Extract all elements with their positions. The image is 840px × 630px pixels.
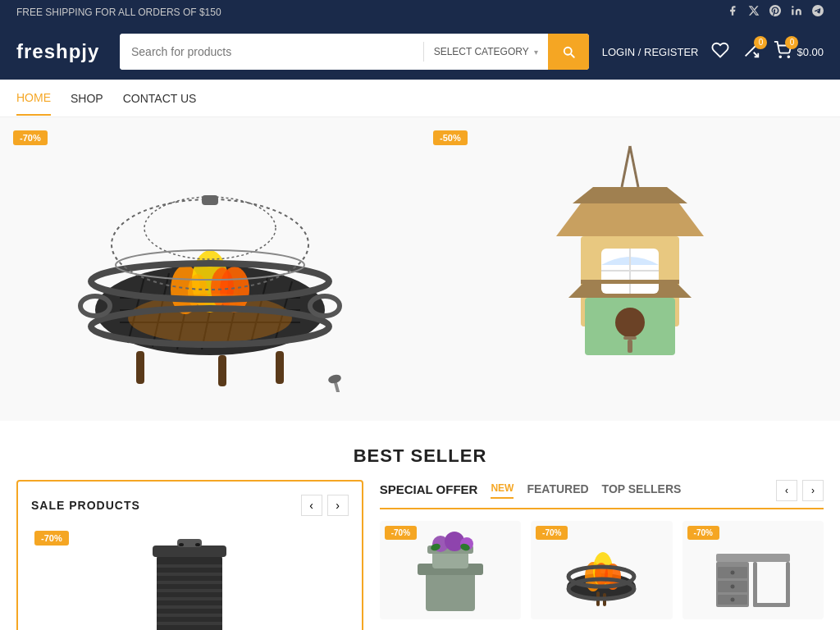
svg-point-4: [788, 56, 790, 57]
svg-rect-51: [157, 573, 222, 576]
cart-icon-wrapper: 0: [774, 41, 792, 63]
special-offer-tabs: SPECIAL OFFER NEW FEATURED TOP SELLERS: [380, 482, 682, 500]
category-dropdown[interactable]: SELECT CATEGORY ▾: [424, 34, 548, 70]
svg-point-34: [327, 373, 342, 385]
svg-point-3: [780, 56, 782, 57]
offer-product-3[interactable]: -70%: [682, 521, 824, 619]
hero-right-badge: -50%: [433, 130, 468, 145]
bottom-panels: SALE PRODUCTS ‹ › -70%: [0, 480, 840, 630]
banner-text: FREE SHIPPING FOR ALL ORDERS OF $150: [16, 7, 221, 18]
svg-rect-93: [753, 603, 790, 607]
offer-nav: ‹ ›: [776, 480, 824, 501]
sale-product-badge: -70%: [34, 531, 69, 546]
compare-badge: 0: [754, 36, 767, 49]
category-label: SELECT CATEGORY: [434, 46, 529, 57]
nav-item-shop[interactable]: SHOP: [71, 82, 103, 115]
svg-point-0: [792, 6, 793, 7]
compare-button[interactable]: 0: [742, 41, 760, 63]
hero-left-product: -70%: [0, 117, 420, 421]
svg-rect-47: [628, 340, 632, 353]
svg-rect-32: [202, 195, 218, 205]
offer-products: -70% -70%: [380, 521, 824, 619]
sale-products-panel: SALE PRODUCTS ‹ › -70%: [16, 480, 363, 630]
svg-point-89: [730, 585, 734, 589]
hero-right-product: -50%: [420, 117, 840, 421]
birdhouse-image: [523, 138, 737, 400]
hero-section: -70%: [0, 117, 840, 421]
facebook-icon[interactable]: [727, 5, 738, 19]
special-offer-tab-new[interactable]: NEW: [491, 482, 514, 499]
svg-point-63: [179, 543, 184, 546]
svg-marker-38: [556, 203, 704, 236]
special-offer-tab-featured[interactable]: FEATURED: [527, 482, 588, 499]
special-offer-main-tab[interactable]: SPECIAL OFFER: [380, 482, 478, 500]
special-offer-panel: SPECIAL OFFER NEW FEATURED TOP SELLERS ‹…: [380, 480, 824, 630]
svg-line-36: [630, 146, 638, 187]
top-banner: FREE SHIPPING FOR ALL ORDERS OF $150: [0, 0, 840, 24]
sale-panel-title: SALE PRODUCTS: [31, 499, 140, 512]
offer-product-2-badge: -70%: [536, 526, 568, 540]
sale-panel-header: SALE PRODUCTS ‹ ›: [31, 495, 349, 516]
offer-product-1-badge: -70%: [385, 526, 417, 540]
chevron-down-icon: ▾: [534, 48, 538, 57]
best-seller-section: BEST SELLER: [0, 421, 840, 480]
best-seller-title: BEST SELLER: [16, 445, 824, 467]
nav-item-contact[interactable]: CONTACT US: [123, 82, 197, 115]
header-actions: LOGIN / REGISTER 0 0 $0.00: [602, 41, 824, 63]
nav-item-home[interactable]: HOME: [16, 81, 51, 116]
logo[interactable]: freshpjy: [16, 40, 107, 63]
svg-rect-5: [136, 351, 144, 384]
main-nav: HOME SHOP CONTACT US: [0, 80, 840, 117]
svg-rect-57: [157, 622, 222, 625]
social-icons: [727, 5, 824, 19]
offer-product-3-image: [712, 521, 794, 619]
svg-rect-53: [157, 589, 222, 592]
svg-rect-7: [276, 351, 284, 384]
svg-point-88: [730, 571, 734, 575]
svg-rect-52: [157, 581, 222, 584]
sale-next-button[interactable]: ›: [327, 495, 349, 516]
cart-button[interactable]: 0 $0.00: [774, 41, 824, 63]
wishlist-button[interactable]: [711, 41, 729, 63]
sale-product-image: [136, 527, 243, 630]
svg-point-64: [195, 543, 200, 546]
svg-rect-54: [157, 597, 222, 600]
svg-rect-55: [157, 605, 222, 609]
svg-line-35: [622, 146, 630, 187]
svg-point-90: [730, 598, 734, 602]
offer-product-2[interactable]: -70%: [531, 521, 672, 619]
search-button[interactable]: [548, 34, 589, 70]
special-offer-tab-top-sellers[interactable]: TOP SELLERS: [602, 482, 682, 499]
linkedin-icon[interactable]: [791, 5, 802, 19]
svg-point-45: [615, 308, 645, 337]
offer-prev-button[interactable]: ‹: [776, 480, 797, 501]
svg-rect-65: [426, 570, 475, 611]
search-icon: [561, 44, 576, 59]
svg-rect-50: [157, 564, 222, 568]
svg-rect-46: [623, 336, 637, 340]
fire-pit-image: [54, 146, 366, 392]
offer-next-button[interactable]: ›: [802, 480, 824, 501]
svg-rect-6: [218, 355, 226, 386]
offer-product-1-image: [409, 521, 491, 619]
svg-rect-60: [153, 546, 226, 557]
twitter-icon[interactable]: [748, 5, 760, 19]
svg-rect-91: [753, 562, 757, 607]
login-register-button[interactable]: LOGIN / REGISTER: [602, 46, 699, 58]
svg-rect-92: [786, 562, 790, 607]
heart-icon: [711, 41, 729, 59]
search-input[interactable]: [120, 34, 423, 70]
offer-product-2-image: [560, 521, 642, 619]
offer-product-1[interactable]: -70%: [380, 521, 521, 619]
svg-rect-48: [581, 280, 679, 284]
offer-product-3-badge: -70%: [687, 526, 719, 540]
pinterest-icon[interactable]: [769, 5, 781, 19]
header: freshpjy SELECT CATEGORY ▾ LOGIN / REGIS…: [0, 24, 840, 80]
svg-rect-83: [716, 554, 790, 562]
sale-panel-nav: ‹ ›: [301, 495, 349, 516]
hero-left-badge: -70%: [13, 130, 48, 145]
special-offer-header: SPECIAL OFFER NEW FEATURED TOP SELLERS ‹…: [380, 480, 824, 509]
telegram-icon[interactable]: [812, 5, 824, 19]
cart-badge: 0: [785, 36, 798, 49]
sale-prev-button[interactable]: ‹: [301, 495, 322, 516]
